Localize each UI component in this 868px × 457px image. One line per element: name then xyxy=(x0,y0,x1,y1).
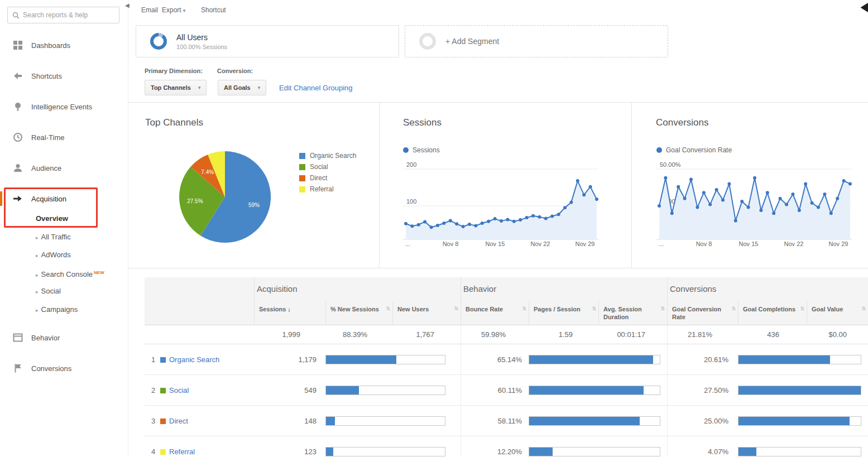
sessions-title: Sessions xyxy=(403,117,442,128)
segment-title: All Users xyxy=(176,33,227,42)
totals-value: $0.00 xyxy=(790,325,847,344)
bounce-rate-value: 58.11% xyxy=(461,406,522,436)
sidebar-item-search-console[interactable]: ▸Search ConsoleNEW xyxy=(0,266,128,280)
group-behavior: Behavior xyxy=(463,284,496,294)
totals-value: 00:01:17 xyxy=(582,325,645,344)
sessions-value: 549 xyxy=(254,375,316,406)
legend-dot xyxy=(656,147,662,153)
legend-label: Direct xyxy=(310,174,327,182)
channel-color-swatch xyxy=(160,388,166,393)
legend-label: Referral xyxy=(310,185,334,193)
row-rank: 2 xyxy=(151,375,155,406)
caret-down-icon: ▾ xyxy=(258,85,261,90)
column-header-goal-completions[interactable]: Goal Completions⇅ xyxy=(738,301,807,325)
svg-text:50.00%: 50.00% xyxy=(660,161,681,168)
legend-label: Organic Search xyxy=(310,152,356,160)
edit-channel-grouping-link[interactable]: Edit Channel Grouping xyxy=(279,84,353,92)
sort-icon: ⇅ xyxy=(592,306,596,312)
acquisition-arrows-icon xyxy=(13,194,23,204)
totals-value: 21.81% xyxy=(651,325,712,344)
sidebar-item-social[interactable]: ▸Social xyxy=(0,285,128,298)
lightbulb-icon xyxy=(13,102,23,112)
sidebar-item-intelligence-events[interactable]: Intelligence Events xyxy=(0,99,128,114)
goal-rate-value: 4.07% xyxy=(667,436,728,457)
panel-divider xyxy=(379,103,380,268)
sidebar-item-label: Dashboards xyxy=(31,41,70,50)
group-acquisition: Acquisition xyxy=(257,284,298,294)
triangle-right-icon: ▸ xyxy=(36,289,39,295)
svg-text:Nov 8: Nov 8 xyxy=(443,240,459,247)
svg-text:...: ... xyxy=(659,240,664,247)
channels-pie-chart: 59%27.5%7.4% xyxy=(178,150,272,244)
channel-link[interactable]: Social xyxy=(169,375,189,406)
body-divider xyxy=(461,325,461,457)
column-header-pages-session[interactable]: Pages / Session⇅ xyxy=(529,301,598,325)
sidebar-item-label: Shortcuts xyxy=(31,72,62,80)
sidebar-item-label: Search Console xyxy=(41,270,93,278)
megaphone-icon[interactable] xyxy=(860,3,868,12)
export-button[interactable]: Export▾ xyxy=(162,6,185,14)
row-rank: 1 xyxy=(151,344,155,375)
primary-dimension-value: Top Channels xyxy=(151,84,191,91)
flag-icon xyxy=(13,363,23,373)
sidebar-item-shortcuts[interactable]: Shortcuts xyxy=(0,69,128,83)
add-segment-button[interactable]: + Add Segment xyxy=(405,25,668,57)
column-header-goal-value[interactable]: Goal Value⇅ xyxy=(807,301,868,325)
sort-icon: ⇅ xyxy=(861,306,866,312)
segment-all-users[interactable]: All Users 100.00% Sessions xyxy=(136,25,399,57)
table-row: 1 Organic Search 1,179 65.14% 20.61% xyxy=(145,344,868,375)
sidebar-item-label: Audience xyxy=(31,164,61,172)
column-header-goal-conversion-rate[interactable]: Goal Conversion Rate⇅ xyxy=(667,301,738,325)
sidebar-item-campaigns[interactable]: ▸Campaigns xyxy=(0,303,128,316)
bounce-rate-bar xyxy=(529,355,660,364)
svg-text:...: ... xyxy=(405,240,410,247)
table-row: 4 Referral 123 12.20% 4.07% xyxy=(145,436,868,457)
sidebar-item-behavior[interactable]: Behavior xyxy=(0,330,128,345)
legend-item: Organic Search xyxy=(299,150,356,161)
legend-swatch xyxy=(299,186,305,193)
primary-dimension-select[interactable]: Top Channels▾ xyxy=(145,80,207,95)
totals-value: 1.59 xyxy=(512,325,573,344)
column-header-avg-session-duration[interactable]: Avg. Session Duration⇅ xyxy=(598,301,667,325)
channel-color-swatch xyxy=(160,357,166,363)
channel-link[interactable]: Referral xyxy=(169,436,195,457)
sidebar-item-dashboards[interactable]: Dashboards xyxy=(0,38,128,52)
header-divider xyxy=(667,277,668,301)
sidebar-item-real-time[interactable]: Real-Time xyxy=(0,130,128,145)
search-input[interactable] xyxy=(23,11,114,19)
sidebar-collapse-button[interactable]: ◀ xyxy=(125,2,130,8)
conversion-select[interactable]: All Goals▾ xyxy=(218,80,266,95)
caret-down-icon: ▾ xyxy=(198,85,201,90)
sort-icon: ⇅ xyxy=(660,306,665,312)
sessions-legend: Sessions xyxy=(403,146,440,154)
channel-link[interactable]: Organic Search xyxy=(169,344,219,375)
sessions-bar xyxy=(325,386,445,395)
column-header-new-sessions[interactable]: % New Sessions⇅ xyxy=(325,301,392,325)
svg-text:Nov 29: Nov 29 xyxy=(576,240,595,247)
sidebar-item-conversions[interactable]: Conversions xyxy=(0,361,128,376)
goal-rate-value: 25.00% xyxy=(667,406,728,436)
sidebar-item-overview[interactable]: Overview xyxy=(0,212,128,225)
conversions-line-chart: 25.00%50.00%...Nov 8Nov 15Nov 22Nov 29 xyxy=(652,161,856,249)
column-header-sessions[interactable]: Sessions↓ xyxy=(254,301,325,325)
svg-text:200: 200 xyxy=(406,161,416,168)
shortcut-button[interactable]: Shortcut xyxy=(201,6,226,14)
channel-color-swatch xyxy=(160,449,166,455)
sidebar-item-audience[interactable]: Audience xyxy=(0,161,128,175)
column-header-new-users[interactable]: New Users⇅ xyxy=(392,301,461,325)
column-header-bounce-rate[interactable]: Bounce Rate⇅ xyxy=(461,301,529,325)
sidebar-item-acquisition[interactable]: Acquisition xyxy=(0,191,128,206)
sidebar-item-adwords[interactable]: ▸AdWords xyxy=(0,248,128,262)
sidebar-item-all-traffic[interactable]: ▸All Traffic xyxy=(0,230,128,244)
search-box[interactable] xyxy=(7,7,119,23)
sidebar-item-label: Social xyxy=(41,287,61,295)
sidebar-item-label: Behavior xyxy=(31,334,60,342)
sidebar-item-label: Real-Time xyxy=(31,133,64,142)
sidebar-item-label: AdWords xyxy=(41,251,71,259)
selected-item-indicator xyxy=(0,191,2,206)
shortcuts-icon xyxy=(13,71,23,81)
email-button[interactable]: Email xyxy=(141,6,158,14)
legend-item: Social xyxy=(299,161,356,172)
triangle-right-icon: ▸ xyxy=(36,253,39,258)
channel-link[interactable]: Direct xyxy=(169,406,188,436)
